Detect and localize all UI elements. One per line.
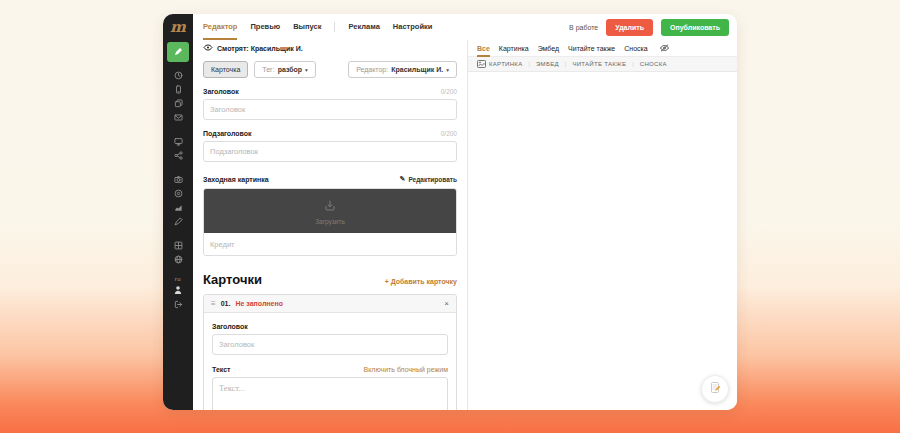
chart-icon (174, 203, 183, 212)
sidebar-item-mobile[interactable] (163, 83, 193, 95)
sidebar-item-mail[interactable] (163, 111, 193, 123)
pencil-icon (173, 43, 183, 61)
sidebar-item-grid[interactable] (163, 239, 193, 251)
drag-handle-icon[interactable]: ≡ (211, 299, 216, 308)
camera-icon (174, 175, 183, 184)
cover-edit-label: Редактировать (408, 176, 457, 183)
panel-tab-footnote[interactable]: Сноска (624, 40, 647, 57)
insert-image-button[interactable]: КАРТИНКА (477, 60, 522, 69)
tag-select[interactable]: Тег: разбор ▾ (254, 61, 315, 78)
cover-label: Заходная картинка (203, 176, 269, 183)
sidebar-item-analytics[interactable] (163, 201, 193, 213)
brush-icon (174, 217, 183, 226)
title-input[interactable] (203, 99, 457, 120)
panel-tab-image[interactable]: Картинка (499, 40, 529, 57)
edit-pencil-icon: ✎ (400, 175, 406, 183)
editor-value: Красильщик И. (391, 66, 443, 73)
card-title-label: Заголовок (212, 323, 248, 330)
image-icon (477, 60, 486, 69)
tab-preview[interactable]: Превью (250, 14, 280, 40)
eye-slash-icon[interactable] (659, 44, 670, 52)
sidebar-item-camera[interactable] (163, 173, 193, 185)
toolbar-divider: | (632, 61, 634, 67)
nav-divider (334, 22, 335, 32)
insert-toolbar: КАРТИНКА | ЭМБЕД | ЧИТАЙТЕ ТАКЖЕ | СНОСК… (468, 57, 737, 72)
editor-form: Смотрят: Красильщик И. Карточка Тег: раз… (193, 40, 467, 410)
editor-prefix: Редактор: (356, 66, 388, 73)
insert-embed-button[interactable]: ЭМБЕД (536, 61, 559, 67)
share-icon (174, 151, 183, 160)
panel-canvas (468, 72, 737, 410)
top-bar: Редактор Превью Выпуск Реклама Настройки… (193, 14, 737, 40)
token-icon (174, 189, 183, 198)
cover-edit-link[interactable]: ✎ Редактировать (400, 175, 457, 183)
card-text-input[interactable] (212, 377, 448, 410)
editor-select[interactable]: Редактор: Красильщик И. ▾ (348, 61, 457, 78)
subtitle-label: Подзаголовок (203, 130, 252, 137)
sidebar: m ru (163, 14, 193, 410)
blocks-panel: Все Картинка Эмбед Читайте также Сноска … (467, 40, 737, 410)
sidebar-item-share[interactable] (163, 149, 193, 161)
insert-read-also-button[interactable]: ЧИТАЙТЕ ТАКЖЕ (572, 61, 626, 67)
subtitle-input[interactable] (203, 141, 457, 162)
insert-image-label: КАРТИНКА (489, 61, 522, 67)
sidebar-item-editor-active[interactable] (167, 42, 189, 62)
sidebar-item-history[interactable] (163, 69, 193, 81)
tab-editor[interactable]: Редактор (203, 14, 237, 40)
note-pencil-icon (709, 380, 722, 398)
insert-footnote-button[interactable]: СНОСКА (640, 61, 667, 67)
card-status: Не заполнено (235, 300, 283, 307)
logout-icon (174, 300, 183, 309)
notes-fab-button[interactable] (701, 375, 729, 403)
delete-button[interactable]: Удалить (606, 19, 653, 36)
close-icon[interactable]: × (444, 299, 449, 308)
copy-icon (174, 99, 183, 108)
card-title-input[interactable] (212, 334, 448, 355)
title-counter: 0/200 (441, 88, 457, 95)
cover-upload-area[interactable]: Загрузить (204, 189, 456, 233)
tab-ads[interactable]: Реклама (348, 14, 379, 40)
chevron-down-icon: ▾ (446, 67, 449, 73)
sidebar-item-token[interactable] (163, 187, 193, 199)
panel-tab-embed[interactable]: Эмбед (538, 40, 559, 57)
panel-tabs: Все Картинка Эмбед Читайте также Сноска (468, 40, 737, 57)
panel-tab-all[interactable]: Все (477, 40, 490, 57)
sidebar-item-profile[interactable] (163, 284, 193, 296)
upload-label: Загрузить (315, 218, 345, 225)
chevron-down-icon: ▾ (305, 67, 308, 73)
clock-icon (174, 71, 183, 80)
meta-buttons-row: Карточка Тег: разбор ▾ Редактор: Красиль… (203, 61, 457, 78)
sidebar-item-logout[interactable] (163, 298, 193, 310)
add-card-button[interactable]: + Добавить карточку (385, 278, 457, 285)
sidebar-item-globe[interactable] (163, 253, 193, 265)
publish-button[interactable]: Опубликовать (661, 19, 729, 36)
title-label: Заголовок (203, 88, 239, 95)
mobile-icon (174, 85, 183, 94)
credit-input[interactable] (204, 234, 456, 255)
card-text-label: Текст (212, 366, 231, 373)
cards-section-title: Карточки (203, 272, 262, 287)
sidebar-item-copy[interactable] (163, 97, 193, 109)
watchers-row: Смотрят: Красильщик И. (203, 44, 457, 52)
cover-section: Заходная картинка ✎ Редактировать Загруз… (203, 175, 457, 256)
card-item: ≡ 01. Не заполнено × Заголовок Текст Вкл… (203, 294, 457, 410)
app-logo: m (170, 20, 186, 35)
block-mode-link[interactable]: Включить блочный режим (364, 366, 448, 373)
user-icon (173, 285, 183, 295)
mail-icon (174, 113, 183, 122)
toolbar-divider: | (528, 61, 530, 67)
toolbar-divider: | (565, 61, 567, 67)
card-header: ≡ 01. Не заполнено × (204, 295, 456, 313)
tag-prefix: Тег: (262, 66, 274, 73)
language-label: ru (175, 276, 181, 282)
tab-settings[interactable]: Настройки (393, 14, 433, 40)
sidebar-item-brush[interactable] (163, 215, 193, 227)
app-window: m ru Редактор Превью Выпуск Реклама Наст… (163, 14, 737, 410)
sidebar-item-monitor[interactable] (163, 135, 193, 147)
monitor-icon (174, 137, 183, 146)
type-button[interactable]: Карточка (203, 61, 248, 78)
tab-issue[interactable]: Выпуск (293, 14, 321, 40)
status-label: В работе (569, 24, 598, 31)
panel-tab-read-also[interactable]: Читайте также (568, 40, 615, 57)
tag-value: разбор (278, 66, 302, 73)
